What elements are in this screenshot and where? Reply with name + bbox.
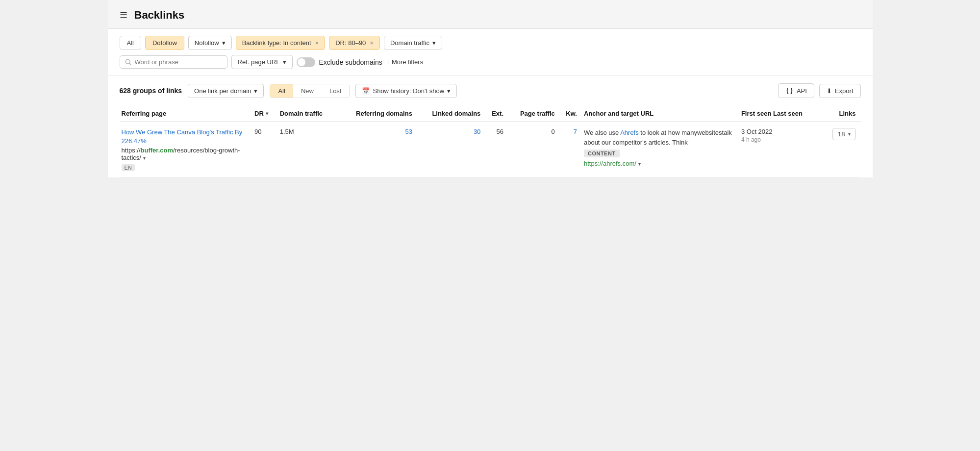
- export-label: Export: [835, 87, 854, 95]
- first-seen-cell: 3 Oct 2022 4 h ago: [739, 122, 824, 177]
- one-link-label: One link per domain: [194, 87, 251, 95]
- dr-label: DR: 80–90: [335, 39, 366, 47]
- ext-cell: 56: [485, 122, 508, 177]
- links-chevron-icon: ▾: [848, 131, 851, 137]
- nofollow-label: Nofollow: [195, 39, 219, 47]
- last-seen-date: 4 h ago: [741, 136, 819, 143]
- col-referring-domains: Referring domains: [339, 106, 417, 122]
- table-toolbar: 628 groups of links One link per domain …: [120, 83, 861, 98]
- col-page-traffic: Page traffic: [508, 106, 560, 122]
- lost-btn[interactable]: Lost: [322, 84, 350, 98]
- dofollow-filter-btn[interactable]: Dofollow: [145, 36, 184, 50]
- export-btn[interactable]: ⬇ Export: [819, 84, 861, 98]
- dr-cell: 90: [252, 122, 278, 177]
- referring-page-cell: How We Grew The Canva Blog's Traffic By …: [120, 122, 253, 177]
- header: ☰ Backlinks: [108, 0, 873, 29]
- content-badge: CONTENT: [584, 150, 620, 157]
- filter-row-2: Ref. page URL ▾ Exclude subdomains + Mor…: [120, 55, 861, 69]
- kw-cell: 7: [560, 122, 582, 177]
- filter-bar: All Dofollow Nofollow ▾ Backlink type: I…: [108, 29, 873, 75]
- col-domain-traffic: Domain traffic: [278, 106, 339, 122]
- referring-page-url: https://buffer.com/resources/blog-growth…: [122, 147, 248, 161]
- links-cell: 18 ▾: [824, 122, 861, 177]
- first-seen-date: 3 Oct 2022: [741, 128, 819, 135]
- table-row: How We Grew The Canva Blog's Traffic By …: [120, 122, 861, 177]
- links-dropdown-btn[interactable]: 18 ▾: [832, 128, 855, 140]
- filter-row-1: All Dofollow Nofollow ▾ Backlink type: I…: [120, 36, 861, 50]
- toolbar-right: {} API ⬇ Export: [778, 83, 860, 98]
- page-wrapper: ☰ Backlinks All Dofollow Nofollow ▾ Back…: [108, 0, 873, 177]
- show-history-chevron-icon: ▾: [447, 87, 451, 95]
- dr-filter[interactable]: DR: 80–90 ×: [329, 36, 380, 50]
- col-linked-domains: Linked domains: [417, 106, 485, 122]
- domain-traffic-label: Domain traffic: [390, 39, 429, 47]
- all-btn[interactable]: All: [270, 84, 293, 98]
- more-filters-btn[interactable]: + More filters: [386, 58, 424, 66]
- api-label: API: [797, 87, 807, 95]
- backlink-type-close-icon[interactable]: ×: [315, 39, 319, 47]
- all-new-lost-group: All New Lost: [270, 84, 350, 98]
- lang-badge: EN: [122, 164, 135, 171]
- col-anchor-target: Anchor and target URL: [582, 106, 739, 122]
- url-chevron-icon[interactable]: ▾: [143, 155, 146, 161]
- search-icon: [125, 59, 132, 66]
- show-history-label: Show history: Don't show: [373, 87, 444, 95]
- links-count: 18: [838, 130, 845, 138]
- anchor-before: We also use: [584, 129, 620, 136]
- col-links: Links: [824, 106, 861, 122]
- col-first-seen: First seen Last seen: [739, 106, 824, 122]
- all-filter-btn[interactable]: All: [120, 36, 141, 50]
- ref-page-url-btn[interactable]: Ref. page URL ▾: [231, 55, 293, 69]
- referring-page-link[interactable]: How We Grew The Canva Blog's Traffic By …: [122, 128, 248, 146]
- svg-line-1: [129, 63, 131, 65]
- col-kw: Kw.: [560, 106, 582, 122]
- exclude-subdomains-toggle[interactable]: [297, 57, 315, 67]
- referring-domains-cell: 53: [339, 122, 417, 177]
- exclude-subdomains-wrapper: Exclude subdomains: [297, 57, 382, 67]
- search-input[interactable]: [135, 58, 218, 66]
- domain-traffic-chevron-icon: ▾: [432, 39, 436, 47]
- target-url-chevron-icon[interactable]: ▾: [638, 161, 641, 167]
- one-link-per-domain-btn[interactable]: One link per domain ▾: [188, 84, 264, 98]
- backlinks-table: Referring page DR ▾ Domain traffic Refer…: [120, 106, 861, 177]
- linked-domains-cell: 30: [417, 122, 485, 177]
- page-traffic-cell: 0: [508, 122, 560, 177]
- nofollow-chevron-icon: ▾: [222, 39, 226, 47]
- api-btn[interactable]: {} API: [778, 83, 814, 98]
- anchor-target-cell: We also use Ahrefs to look at how manywe…: [582, 122, 739, 177]
- col-ext: Ext.: [485, 106, 508, 122]
- nofollow-filter-btn[interactable]: Nofollow ▾: [188, 36, 232, 50]
- show-history-btn[interactable]: 📅 Show history: Don't show ▾: [355, 84, 457, 98]
- ref-page-chevron-icon: ▾: [283, 58, 286, 66]
- col-dr[interactable]: DR ▾: [252, 106, 278, 122]
- table-section: 628 groups of links One link per domain …: [108, 75, 873, 177]
- url-prefix: https://: [122, 147, 141, 154]
- col-referring-page: Referring page: [120, 106, 253, 122]
- page-title: Backlinks: [134, 9, 185, 22]
- search-wrapper: [120, 55, 227, 69]
- ref-page-label: Ref. page URL: [238, 58, 280, 66]
- linked-domains-link[interactable]: 30: [474, 128, 480, 135]
- api-icon: {}: [785, 87, 794, 95]
- kw-link[interactable]: 7: [574, 128, 577, 135]
- ahrefs-link[interactable]: Ahrefs: [620, 129, 639, 136]
- dr-close-icon[interactable]: ×: [370, 39, 374, 47]
- table-header-row: Referring page DR ▾ Domain traffic Refer…: [120, 106, 861, 122]
- one-link-chevron-icon: ▾: [254, 87, 257, 95]
- domain-traffic-cell: 1.5M: [278, 122, 339, 177]
- target-url-link[interactable]: https://ahrefs.com/: [584, 160, 636, 167]
- backlink-type-label: Backlink type: In content: [242, 39, 311, 47]
- export-icon: ⬇: [827, 87, 832, 95]
- backlink-type-filter[interactable]: Backlink type: In content ×: [236, 36, 326, 50]
- domain-traffic-filter-btn[interactable]: Domain traffic ▾: [384, 36, 442, 50]
- url-domain[interactable]: buffer.com: [141, 147, 173, 154]
- menu-icon[interactable]: ☰: [120, 10, 127, 21]
- exclude-subdomains-label: Exclude subdomains: [319, 58, 382, 66]
- anchor-text: We also use Ahrefs to look at how manywe…: [584, 128, 734, 147]
- new-btn[interactable]: New: [293, 84, 322, 98]
- referring-domains-link[interactable]: 53: [405, 128, 412, 135]
- calendar-icon: 📅: [362, 87, 370, 95]
- groups-count: 628 groups of links: [120, 87, 182, 95]
- dr-sort-icon: ▾: [266, 111, 268, 116]
